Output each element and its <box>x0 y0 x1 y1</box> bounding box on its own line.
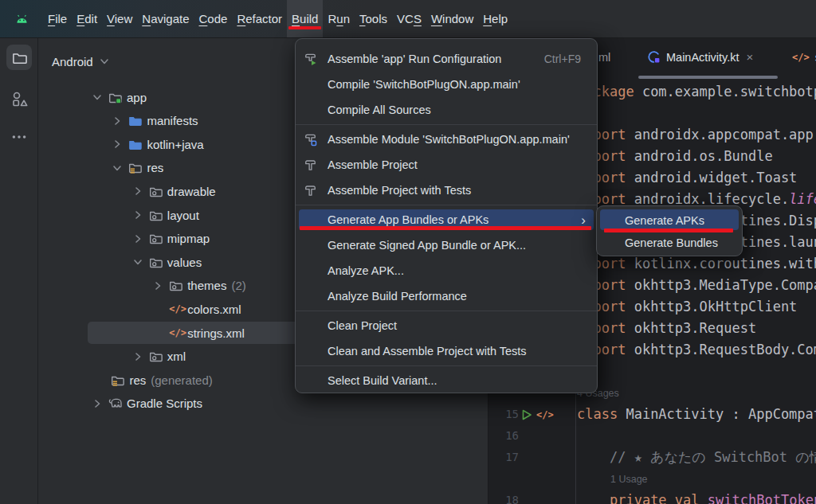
menubar-item-label: VCS <box>397 12 422 25</box>
tree-item-label: themes <box>187 279 226 292</box>
folder-blue-icon <box>128 138 142 151</box>
editor-tab-mainactivity[interactable]: MainActivity.kt× <box>647 38 753 76</box>
chevron-right-icon <box>111 115 124 127</box>
menubar-item-window[interactable]: Window <box>426 0 478 37</box>
build-menu-popup: Assemble 'app' Run ConfigurationCtrl+F9C… <box>295 38 598 393</box>
chevron-right-icon[interactable] <box>111 132 124 156</box>
menubar-item-run[interactable]: Run <box>323 0 355 37</box>
chevron-right-icon[interactable] <box>131 179 144 203</box>
code-line: import android.widget.Toast <box>577 167 797 189</box>
menu-item-assemble-module-switchbotplugon-app-main[interactable]: Assemble Module 'SwitchBotPlugON.app.mai… <box>296 127 597 152</box>
menu-item-compile-switchbotplugon-app-main[interactable]: Compile 'SwitchBotPlugON.app.main' <box>296 72 597 97</box>
menu-item-label: Clean and Assemble Project with Tests <box>328 345 527 357</box>
toolstrip-resource-manager-button[interactable] <box>10 89 29 108</box>
chevron-down-icon[interactable] <box>111 156 124 180</box>
chevron-right-icon[interactable] <box>91 392 104 416</box>
menu-item-assemble-project-with-tests[interactable]: Assemble Project with Tests <box>296 178 597 203</box>
menubar-item-label: Edit <box>76 12 97 25</box>
project-view-selector[interactable]: Android <box>52 49 111 73</box>
line-number: 15 <box>496 404 519 425</box>
menu-item-compile-all-sources[interactable]: Compile All Sources <box>296 97 597 123</box>
tab-close-icon[interactable]: × <box>747 50 754 64</box>
menu-item-analyze-apk[interactable]: Analyze APK... <box>296 258 597 283</box>
android-module-folder-icon <box>108 91 122 104</box>
run-line-icon <box>520 408 533 421</box>
chevron-right-icon[interactable] <box>151 274 164 298</box>
menubar-item-refactor[interactable]: Refactor <box>232 0 287 37</box>
menu-item-label: Assemble Project with Tests <box>328 184 471 197</box>
kotlin-class-icon <box>647 50 661 64</box>
chevron-down-icon <box>98 55 111 68</box>
submenu-item-generate-bundles[interactable]: Generate Bundles <box>597 232 742 254</box>
menu-item-analyze-build-performance[interactable]: Analyze Build Performance <box>296 283 597 309</box>
menu-item-assemble-project[interactable]: Assemble Project <box>296 152 597 178</box>
tree-item-label: Gradle Scripts <box>127 397 202 410</box>
chevron-right-icon[interactable] <box>131 345 144 369</box>
chevron-right-icon <box>131 350 144 363</box>
menubar-item-vcs[interactable]: VCS <box>392 0 426 37</box>
toolstrip-project-folder-button[interactable] <box>6 45 32 70</box>
line-number: 17 <box>496 447 519 468</box>
editor-tab-partial-xml[interactable]: ml <box>598 38 610 76</box>
tree-item-suffix: (2) <box>231 279 245 292</box>
code-line: class MainActivity : AppCompatActivity()… <box>577 404 816 425</box>
tree-item-label: colors.xml <box>187 303 241 316</box>
resource-subfolder-icon <box>149 350 163 363</box>
toolstrip-more-tools-button[interactable] <box>10 127 29 147</box>
chevron-right-icon <box>151 279 164 292</box>
menubar-item-label: View <box>107 12 132 25</box>
xml-file-icon: </> <box>169 303 186 315</box>
menubar-item-file[interactable]: File <box>43 0 72 37</box>
menubar-item-build[interactable]: Build <box>287 0 323 37</box>
menubar-item-help[interactable]: Help <box>478 0 512 37</box>
tree-item-label: values <box>167 256 202 269</box>
resource-subfolder-icon <box>149 232 163 245</box>
menu-item-generate-signed-app-bundle-or-apk[interactable]: Generate Signed App Bundle or APK... <box>296 232 597 258</box>
chevron-right-icon <box>131 185 144 197</box>
chevron-right-icon[interactable] <box>131 203 144 227</box>
code-line: import android.os.Bundle <box>577 146 773 167</box>
tree-item-label: layout <box>167 209 199 222</box>
tree-row-gradle-scripts[interactable]: Gradle Scripts <box>38 392 488 416</box>
resources-folder-icon <box>111 373 124 387</box>
menubar-item-view[interactable]: View <box>102 0 137 37</box>
submenu-item-label: Generate Bundles <box>625 236 718 249</box>
menu-item-label: Assemble Module 'SwitchBotPlugON.app.mai… <box>328 133 570 146</box>
chevron-down-icon[interactable] <box>131 250 144 274</box>
menubar-item-label: Help <box>483 12 508 25</box>
resource-manager-icon <box>10 90 29 108</box>
menubar-item-navigate[interactable]: Navigate <box>137 0 194 37</box>
tree-item-label: res <box>147 161 163 174</box>
related-xml-icon[interactable]: </> <box>536 404 554 425</box>
chevron-right-icon <box>91 397 104 410</box>
menu-item-label: Assemble Project <box>328 158 418 171</box>
annotation-underline-build <box>288 26 321 29</box>
android-studio-window: FileEditViewNavigateCodeRefactorBuildRun… <box>0 0 816 504</box>
menu-item-clean-project[interactable]: Clean Project <box>296 313 597 338</box>
xml-file-icon: </> <box>792 52 810 63</box>
menubar-item-label: Navigate <box>142 12 189 25</box>
resource-subfolder-icon <box>149 185 163 198</box>
menu-item-assemble-app-run-configuration[interactable]: Assemble 'app' Run ConfigurationCtrl+F9 <box>296 46 597 72</box>
hammer-icon <box>304 158 317 172</box>
menubar-item-label: File <box>48 12 67 25</box>
menubar-item-code[interactable]: Code <box>194 0 233 37</box>
code-line: import androidx.appcompat.app.AppCompatA… <box>577 124 816 146</box>
menubar-item-tools[interactable]: Tools <box>355 0 392 37</box>
tree-item-suffix: (generated) <box>151 373 213 387</box>
chevron-right-icon[interactable] <box>131 227 144 251</box>
editor-tab-partial-strings[interactable]: </>st <box>792 38 816 76</box>
menu-item-select-build-variant[interactable]: Select Build Variant... <box>296 368 597 393</box>
hammer-run-icon <box>304 53 317 66</box>
run-line-icon[interactable] <box>520 404 533 425</box>
tree-item-label: kotlin+java <box>147 138 203 151</box>
chevron-down-icon <box>131 256 144 268</box>
menu-item-clean-and-assemble-project-with-tests[interactable]: Clean and Assemble Project with Tests <box>296 338 597 364</box>
chevron-right-icon[interactable] <box>111 109 124 133</box>
menu-item-label: Generate App Bundles or APKs <box>328 213 488 226</box>
menubar-item-edit[interactable]: Edit <box>72 0 102 37</box>
menubar-item-label: Run <box>328 12 350 25</box>
menu-item-shortcut: Ctrl+F9 <box>544 53 581 65</box>
menu-item-label: Compile 'SwitchBotPlugON.app.main' <box>328 78 520 91</box>
chevron-down-icon[interactable] <box>91 85 104 109</box>
